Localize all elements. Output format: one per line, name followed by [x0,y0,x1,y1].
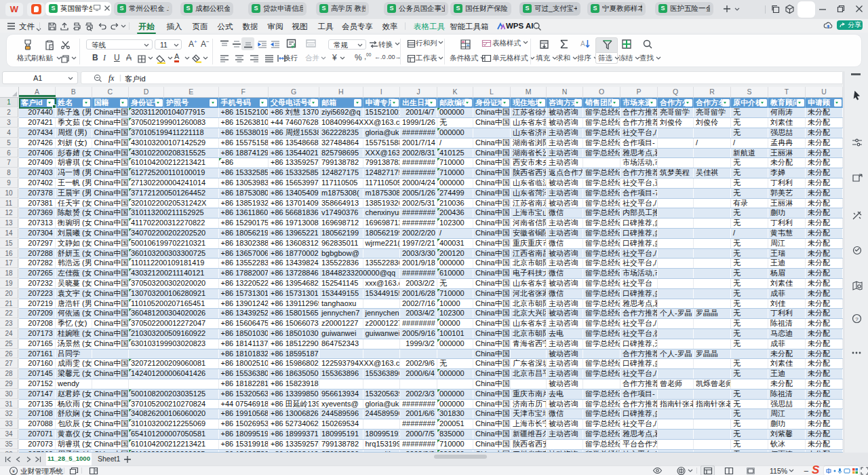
svg-text:?: ? [855,316,859,322]
svg-text:¥: ¥ [12,469,15,474]
